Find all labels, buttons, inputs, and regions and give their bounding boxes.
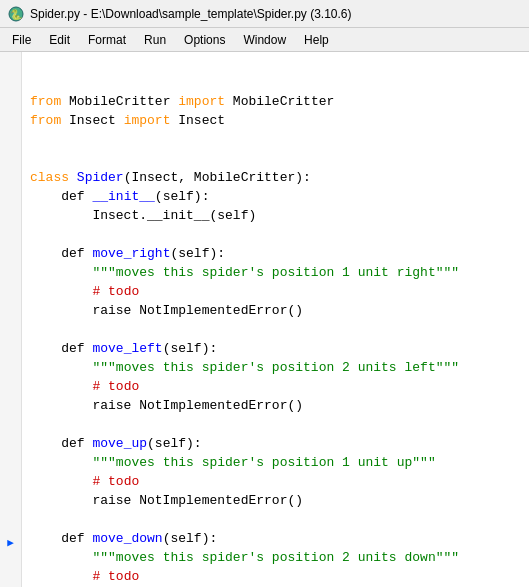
gutter-line xyxy=(0,392,21,410)
code-line xyxy=(30,320,525,339)
title-bar: 🐍 Spider.py - E:\Download\sample_templat… xyxy=(0,0,529,28)
code-line xyxy=(30,149,525,168)
gutter-line xyxy=(0,54,21,72)
gutter-line xyxy=(0,161,21,179)
menu-item-window[interactable]: Window xyxy=(235,31,294,49)
left-gutter: ▶ xyxy=(0,52,22,587)
gutter-line xyxy=(0,107,21,125)
code-line: from Insect import Insect xyxy=(30,111,525,130)
gutter-line: ▶ xyxy=(0,534,21,552)
menu-item-format[interactable]: Format xyxy=(80,31,134,49)
gutter-line xyxy=(0,320,21,338)
code-line xyxy=(30,415,525,434)
gutter-line xyxy=(0,338,21,356)
gutter-line xyxy=(0,463,21,481)
code-line: # todo xyxy=(30,567,525,586)
code-line xyxy=(30,510,525,529)
gutter-line xyxy=(0,303,21,321)
code-line: def move_left(self): xyxy=(30,339,525,358)
code-line xyxy=(30,225,525,244)
code-line: """moves this spider's position 1 unit r… xyxy=(30,263,525,282)
gutter-line xyxy=(0,374,21,392)
code-line: raise NotImplementedError() xyxy=(30,396,525,415)
code-line: from MobileCritter import MobileCritter xyxy=(30,92,525,111)
gutter-line xyxy=(0,178,21,196)
gutter-line xyxy=(0,409,21,427)
code-line: raise NotImplementedError() xyxy=(30,491,525,510)
code-line: def move_up(self): xyxy=(30,434,525,453)
gutter-line xyxy=(0,125,21,143)
gutter-line xyxy=(0,445,21,463)
code-line: def __init__(self): xyxy=(30,187,525,206)
gutter-line xyxy=(0,480,21,498)
code-line: # todo xyxy=(30,282,525,301)
svg-text:🐍: 🐍 xyxy=(10,8,23,21)
code-line: # todo xyxy=(30,377,525,396)
menu-item-run[interactable]: Run xyxy=(136,31,174,49)
menu-bar: FileEditFormatRunOptionsWindowHelp xyxy=(0,28,529,52)
gutter-line xyxy=(0,551,21,569)
code-line: # todo xyxy=(30,472,525,491)
code-area: ▶ from MobileCritter import MobileCritte… xyxy=(0,52,529,587)
menu-item-file[interactable]: File xyxy=(4,31,39,49)
gutter-line xyxy=(0,267,21,285)
gutter-line xyxy=(0,72,21,90)
code-line: def move_right(self): xyxy=(30,244,525,263)
menu-item-edit[interactable]: Edit xyxy=(41,31,78,49)
code-line: Insect.__init__(self) xyxy=(30,206,525,225)
code-line: """moves this spider's position 2 units … xyxy=(30,358,525,377)
gutter-line xyxy=(0,516,21,534)
code-line: class Spider(Insect, MobileCritter): xyxy=(30,168,525,187)
menu-item-options[interactable]: Options xyxy=(176,31,233,49)
app-icon: 🐍 xyxy=(8,6,24,22)
code-line: def move_down(self): xyxy=(30,529,525,548)
menu-item-help[interactable]: Help xyxy=(296,31,337,49)
gutter-line xyxy=(0,569,21,587)
gutter-line xyxy=(0,285,21,303)
gutter-line xyxy=(0,498,21,516)
gutter-line xyxy=(0,90,21,108)
gutter-line xyxy=(0,249,21,267)
code-line: """moves this spider's position 2 units … xyxy=(30,548,525,567)
gutter-line xyxy=(0,232,21,250)
code-line: """moves this spider's position 1 unit u… xyxy=(30,453,525,472)
gutter-line xyxy=(0,214,21,232)
code-line xyxy=(30,130,525,149)
gutter-line xyxy=(0,196,21,214)
gutter-line xyxy=(0,427,21,445)
gutter-line xyxy=(0,356,21,374)
code-editor[interactable]: from MobileCritter import MobileCritterf… xyxy=(22,52,529,587)
gutter-line xyxy=(0,143,21,161)
title-text: Spider.py - E:\Download\sample_template\… xyxy=(30,7,352,21)
code-line: raise NotImplementedError() xyxy=(30,301,525,320)
